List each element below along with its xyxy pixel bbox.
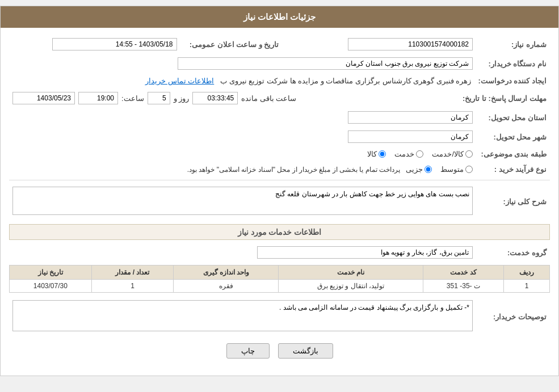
button-row: بازگشت چاپ	[9, 343, 550, 367]
delivery-city-input[interactable]	[348, 130, 473, 143]
main-container: جزئیات اطلاعات نیاز شماره نیاز: تاریخ و …	[0, 6, 559, 376]
info-table-service-group: گروه خدمت:	[9, 245, 550, 260]
buyer-notes-textarea[interactable]	[12, 300, 473, 331]
announce-date-input[interactable]	[52, 38, 177, 50]
info-table-province: استان محل تحویل:	[9, 109, 550, 125]
deadline-remaining-input[interactable]	[192, 92, 238, 104]
col-service-code: کد خدمت	[423, 265, 504, 280]
creator-label: ایجاد کننده درخواست:	[474, 75, 550, 87]
category-radio-group: کالا/خدمت خدمت کالا	[9, 148, 476, 160]
creator-contact-link[interactable]: اطلاعات تماس خریدار	[145, 77, 214, 85]
divider-1	[9, 180, 550, 180]
category-kala-khidmat[interactable]: کالا/خدمت	[432, 150, 473, 158]
request-number-input[interactable]	[348, 38, 473, 50]
request-number-value	[305, 36, 477, 52]
buyer-org-value	[9, 56, 476, 71]
deadline-time-input[interactable]	[78, 92, 118, 104]
purchase-type-row: متوسط جزیی پرداخت تمام یا بخشی از مبلغ خ…	[9, 163, 476, 175]
info-table-city: شهر محل تحویل:	[9, 129, 550, 145]
col-quantity: تعداد / مقدار	[91, 265, 174, 280]
deadline-days-label: روز و	[174, 94, 190, 103]
delivery-province-value	[9, 109, 476, 125]
back-button[interactable]: بازگشت	[278, 343, 333, 359]
page-title: جزئیات اطلاعات نیاز	[243, 12, 316, 22]
creator-value: زهره فنبری گوهری کارشناس برگزاری مناقصات…	[9, 75, 474, 87]
need-description-textarea[interactable]	[12, 187, 473, 215]
col-row-num: ردیف	[504, 265, 550, 280]
purchase-type-label: نوع فرآیند خرید :	[476, 163, 550, 175]
buyer-org-input[interactable]	[178, 57, 473, 70]
info-table-org: نام دستگاه خریدار:	[9, 56, 550, 71]
services-section-title: اطلاعات خدمات مورد نیاز	[9, 224, 550, 240]
info-table-creator: ایجاد کننده درخواست: زهره فنبری گوهری کا…	[9, 75, 550, 87]
buyer-notes-label: توصیحات خریدار:	[476, 298, 550, 335]
col-service-name: نام خدمت	[279, 265, 423, 280]
deadline-remaining-label: ساعت باقی مانده	[241, 94, 296, 103]
service-group-label: گروه خدمت:	[476, 245, 550, 260]
deadline-date-input[interactable]	[12, 92, 75, 104]
buyer-notes-value	[9, 298, 476, 335]
service-group-input[interactable]	[257, 246, 473, 259]
delivery-province-input[interactable]	[348, 111, 473, 124]
deadline-time-label: ساعت:	[121, 94, 144, 103]
col-date: تاریخ نیاز	[10, 265, 92, 280]
service-group-value	[9, 245, 476, 260]
creator-text: زهره فنبری گوهری کارشناس برگزاری مناقصات…	[220, 77, 471, 85]
category-khidmat[interactable]: خدمت	[394, 150, 423, 158]
info-table-need-desc: شرح کلی نیاز:	[9, 185, 550, 218]
services-table: ردیف کد خدمت نام خدمت واحد اندازه گیری ت…	[9, 265, 550, 293]
info-table-category: طبقه بندی موضوعی: کالا/خدمت خدمت کالا	[9, 148, 550, 160]
col-unit: واحد اندازه گیری	[174, 265, 279, 280]
info-table-purchase-type: نوع فرآیند خرید : متوسط جزیی پرداخت تمام…	[9, 163, 550, 175]
purchase-type-note: پرداخت تمام یا بخشی از مبلغ خریدار از مح…	[187, 166, 400, 174]
need-description-label: شرح کلی نیاز:	[476, 185, 550, 218]
delivery-city-label: شهر محل تحویل:	[476, 129, 550, 145]
deadline-days-input[interactable]	[148, 92, 170, 104]
announce-date-label: تاریخ و ساعت اعلان عمومی:	[180, 36, 283, 52]
delivery-city-value	[9, 129, 476, 145]
table-row: 1ت -35- 351تولید، انتقال و توزیع برقفقره…	[10, 280, 550, 293]
info-table-buyer-notes: توصیحات خریدار:	[9, 298, 550, 335]
category-kala[interactable]: کالا	[367, 150, 386, 158]
category-label: طبقه بندی موضوعی:	[476, 148, 550, 160]
request-number-label: شماره نیاز:	[476, 36, 550, 52]
purchase-type-mutavasset[interactable]: متوسط	[440, 165, 473, 174]
buyer-org-label: نام دستگاه خریدار:	[476, 56, 550, 71]
purchase-type-jozei[interactable]: جزیی	[406, 165, 432, 174]
print-button[interactable]: چاپ	[226, 343, 270, 359]
need-description-value	[9, 185, 476, 218]
delivery-province-label: استان محل تحویل:	[476, 109, 550, 125]
info-table-top: شماره نیاز: تاریخ و ساعت اعلان عمومی:	[9, 36, 550, 52]
deadline-row: ساعت باقی مانده روز و ساعت:	[9, 90, 459, 106]
content-area: شماره نیاز: تاریخ و ساعت اعلان عمومی: نا…	[1, 28, 558, 376]
announce-date-value	[9, 36, 180, 52]
deadline-label: مهلت ارسال پاسخ: تا تاریخ:	[459, 90, 550, 106]
info-table-deadline: مهلت ارسال پاسخ: تا تاریخ: ساعت باقی مان…	[9, 90, 550, 106]
page-header: جزئیات اطلاعات نیاز	[1, 6, 558, 28]
